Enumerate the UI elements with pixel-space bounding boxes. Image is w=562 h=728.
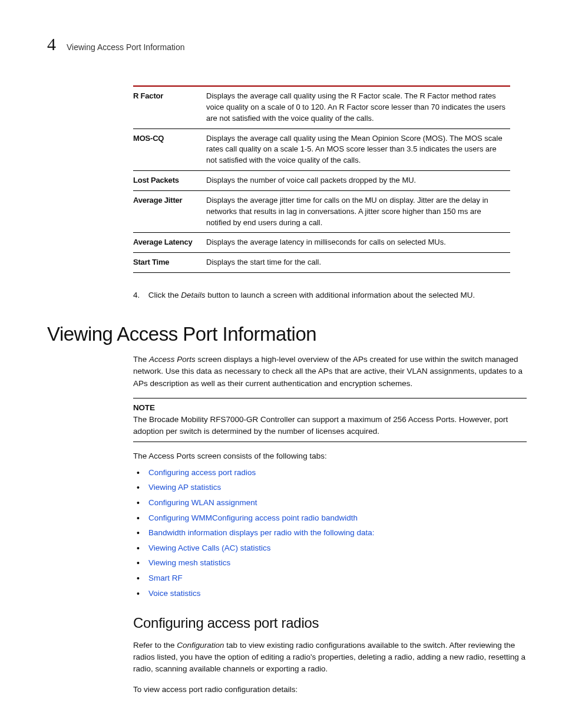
list-item: Voice statistics bbox=[133, 586, 527, 601]
subsection-heading: Configuring access port radios bbox=[133, 615, 527, 631]
list-item: Viewing mesh statistics bbox=[133, 555, 527, 571]
desc-cell: Displays the average call quality using … bbox=[206, 86, 510, 129]
list-item: Viewing AP statistics bbox=[133, 480, 527, 495]
subsection-para-2: To view access port radio configuration … bbox=[133, 684, 527, 696]
list-item: Configuring WLAN assignment bbox=[133, 495, 527, 510]
table-row: MOS-CQ Displays the average call quality… bbox=[133, 129, 510, 171]
table-row: R Factor Displays the average call quali… bbox=[133, 86, 510, 129]
tabs-list: Configuring access port radios Viewing A… bbox=[133, 465, 527, 601]
list-item: Configuring WMMConfiguring access point … bbox=[133, 510, 527, 526]
term-cell: Average Latency bbox=[133, 233, 206, 253]
note-heading: NOTE bbox=[133, 402, 527, 414]
step-text-pre: Click the bbox=[148, 291, 181, 299]
running-header: 4 Viewing Access Port Information bbox=[47, 35, 527, 53]
link-configuring-access-port-radios[interactable]: Configuring access port radios bbox=[148, 468, 256, 477]
table-row: Average Latency Displays the average lat… bbox=[133, 233, 510, 253]
page: 4 Viewing Access Port Information R Fact… bbox=[0, 0, 562, 728]
term-cell: MOS-CQ bbox=[133, 129, 206, 171]
link-viewing-ap-statistics[interactable]: Viewing AP statistics bbox=[148, 483, 221, 492]
list-item: Configuring access port radios bbox=[133, 465, 527, 480]
list-item: Viewing Active Calls (AC) statistics bbox=[133, 541, 527, 556]
chapter-title: Viewing Access Port Information bbox=[67, 42, 185, 52]
term-cell: R Factor bbox=[133, 86, 206, 129]
link-voice-statistics[interactable]: Voice statistics bbox=[148, 589, 201, 598]
table-row: Lost Packets Displays the number of voic… bbox=[133, 171, 510, 191]
note-block: NOTE The Brocade Mobility RFS7000-GR Con… bbox=[133, 398, 527, 442]
table-row: Start Time Displays the start time for t… bbox=[133, 253, 510, 273]
intro-pre: The bbox=[133, 355, 149, 364]
term-cell: Start Time bbox=[133, 253, 206, 273]
desc-cell: Displays the start time for the call. bbox=[206, 253, 510, 273]
step-emph: Details bbox=[181, 291, 205, 299]
section-heading: Viewing Access Port Information bbox=[47, 323, 527, 345]
subsection-para-1: Refer to the Configuration tab to view e… bbox=[133, 640, 527, 676]
table-row: Average Jitter Displays the average jitt… bbox=[133, 190, 510, 233]
step-number: 4. bbox=[133, 291, 146, 299]
desc-cell: Displays the average latency in millisec… bbox=[206, 233, 510, 253]
para1-em: Configuration bbox=[177, 641, 224, 650]
step-text-post: button to launch a screen with additiona… bbox=[206, 291, 475, 299]
link-viewing-mesh-statistics[interactable]: Viewing mesh statistics bbox=[148, 558, 230, 567]
link-smart-rf[interactable]: Smart RF bbox=[148, 574, 183, 582]
list-item: Bandwidth information displays per radio… bbox=[133, 525, 527, 541]
tabs-lead: The Access Ports screen consists of the … bbox=[133, 452, 527, 460]
link-configuring-wlan-assignment[interactable]: Configuring WLAN assignment bbox=[148, 498, 257, 507]
intro-em: Access Ports bbox=[149, 355, 196, 364]
para1-pre: Refer to the bbox=[133, 641, 177, 650]
note-body: The Brocade Mobility RFS7000-GR Controll… bbox=[133, 414, 527, 438]
term-cell: Average Jitter bbox=[133, 190, 206, 233]
definitions-table: R Factor Displays the average call quali… bbox=[133, 85, 510, 273]
desc-cell: Displays the average call quality using … bbox=[206, 129, 510, 171]
chapter-number: 4 bbox=[47, 35, 56, 53]
link-bandwidth-info[interactable]: Bandwidth information displays per radio… bbox=[148, 528, 374, 537]
desc-cell: Displays the number of voice call packet… bbox=[206, 171, 510, 191]
step-4: 4. Click the Details button to launch a … bbox=[133, 291, 527, 299]
section-intro: The Access Ports screen displays a high-… bbox=[133, 354, 527, 390]
term-cell: Lost Packets bbox=[133, 171, 206, 191]
link-viewing-active-calls[interactable]: Viewing Active Calls (AC) statistics bbox=[148, 543, 271, 552]
link-configuring-wmm-bandwidth[interactable]: Configuring WMMConfiguring access point … bbox=[148, 513, 358, 522]
list-item: Smart RF bbox=[133, 571, 527, 586]
desc-cell: Displays the average jitter time for cal… bbox=[206, 190, 510, 233]
